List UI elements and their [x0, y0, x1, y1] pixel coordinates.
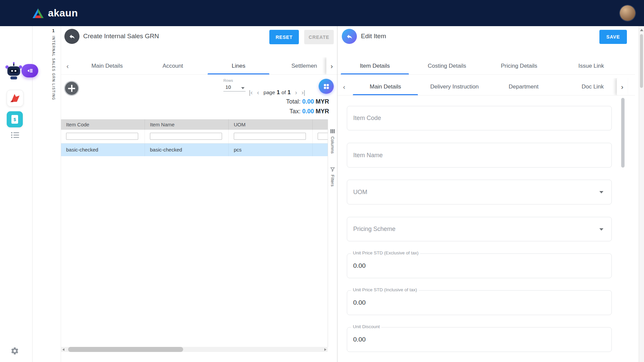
tabs-scroll-left-icon[interactable]: ‹ [61, 57, 74, 74]
chevron-right-icon: › [331, 62, 333, 70]
filter-extra-input[interactable] [318, 133, 328, 140]
user-avatar[interactable] [620, 5, 635, 21]
tab-account[interactable]: Account [140, 57, 206, 74]
grn-tabs: ‹ Main Details Account Lines Settlemen › [61, 57, 337, 75]
table-side-tools: Columns Filters [328, 119, 337, 347]
filter-item-code-input[interactable] [66, 133, 138, 140]
save-button[interactable]: SAVE [599, 30, 627, 44]
filter-funnel-icon [330, 167, 335, 172]
topbar: akaun [0, 0, 644, 26]
tab-item-details[interactable]: Item Details [339, 57, 411, 74]
pricing-scheme-label: Pricing Scheme [353, 226, 395, 233]
total-pages: 1 [287, 89, 290, 96]
tab-main-details[interactable]: Main Details [74, 57, 140, 74]
horizontal-scrollbar[interactable] [61, 347, 328, 352]
listing-vertical-tab[interactable]: 1 INTERNAL SALES GRN LISTING [49, 28, 58, 100]
layout-grid-button[interactable] [319, 79, 334, 94]
subtabs-scroll-right-button[interactable]: › [617, 78, 628, 95]
pagination: |‹ ‹ page 1 of 1 › ›| [249, 87, 305, 97]
total-currency: MYR [316, 98, 329, 105]
tabs-scroll-right-button[interactable]: › [326, 57, 337, 74]
sidebar-app-partner[interactable] [7, 90, 23, 107]
scroll-right-arrow-icon[interactable] [324, 348, 326, 351]
back-button[interactable] [64, 29, 79, 44]
chevron-down-icon [599, 228, 603, 231]
chevron-down-icon [599, 191, 603, 193]
column-header-uom[interactable]: UOM [229, 119, 313, 130]
sidebar-item-listing[interactable] [11, 131, 19, 140]
prev-page-icon[interactable]: ‹ [257, 89, 259, 96]
column-header-extra[interactable] [313, 119, 328, 130]
filters-tool[interactable]: Filters [330, 167, 335, 186]
sidebar: $ [0, 26, 33, 362]
add-line-button[interactable] [64, 81, 79, 96]
cell-item-code[interactable]: basic-checked [61, 143, 145, 156]
unit-price-inclusive-field[interactable]: Unit Price STD (Inclusive of tax) 0.00 [347, 290, 612, 315]
assistant-robot-icon[interactable] [5, 62, 23, 82]
pricing-scheme-select[interactable]: Pricing Scheme [347, 217, 612, 241]
partner-app-icon [10, 93, 20, 104]
unit-discount-field[interactable]: Unit Discount 0.00 [347, 327, 612, 352]
back-arrow-icon [69, 33, 75, 40]
cell-item-name[interactable]: basic-checked [145, 143, 229, 156]
subtab-delivery-instruction[interactable]: Delivery Instruction [420, 78, 489, 95]
app-root: akaun [0, 0, 644, 362]
edit-item-back-button[interactable] [342, 29, 357, 44]
panel-scroll-thumb[interactable] [621, 98, 625, 168]
rows-per-page-select[interactable]: Rows 10 [223, 78, 246, 92]
current-page: 1 [277, 89, 280, 96]
table-row[interactable]: basic-checked basic-checked pcs [61, 143, 328, 156]
last-page-icon[interactable]: ›| [302, 89, 305, 96]
unit-price-exclusive-label: Unit Price STD (Exclusive of tax) [351, 250, 420, 255]
collapse-menu-button[interactable] [21, 64, 38, 77]
tab-pricing-details[interactable]: Pricing Details [483, 57, 555, 74]
tab-lines[interactable]: Lines [206, 57, 271, 74]
edit-item-subtabs: ‹ Main Details Delivery Instruction Depa… [337, 78, 635, 96]
total-line: Total: 0.00 MYR [286, 97, 329, 107]
edit-item-panel: Edit Item SAVE Item Details Costing Deta… [337, 26, 635, 362]
billing-doc-icon: $ [11, 115, 18, 124]
tax-currency: MYR [316, 108, 329, 115]
cell-uom[interactable]: pcs [229, 143, 313, 156]
unit-price-exclusive-value: 0.00 [353, 262, 366, 269]
filter-uom-input[interactable] [234, 133, 306, 140]
next-page-icon[interactable]: › [295, 89, 297, 96]
scroll-left-arrow-icon[interactable] [62, 348, 64, 351]
brand[interactable]: akaun [32, 0, 78, 26]
item-code-field[interactable]: Item Code [347, 106, 612, 130]
first-page-icon[interactable]: |‹ [249, 89, 253, 96]
tab-costing-details[interactable]: Costing Details [411, 57, 483, 74]
tab-issue-link[interactable]: Issue Link [555, 57, 627, 74]
settings-button[interactable] [10, 347, 19, 357]
table-header-row: Item Code Item Name UOM [61, 119, 328, 130]
subtab-department[interactable]: Department [489, 78, 558, 95]
create-button[interactable]: CREATE [304, 30, 334, 44]
sidebar-app-billing[interactable]: $ [7, 111, 23, 127]
akaun-logo-icon [32, 8, 44, 18]
filter-item-name-input[interactable] [150, 133, 222, 140]
unit-discount-label: Unit Discount [351, 324, 381, 329]
cell-extra[interactable] [313, 143, 328, 156]
horizontal-scroll-thumb[interactable] [68, 347, 183, 352]
subtab-main-details[interactable]: Main Details [351, 78, 420, 95]
collapse-menu-icon [26, 67, 34, 74]
listing-tab-label: INTERNAL SALES GRN LISTING [52, 36, 55, 100]
uom-select[interactable]: UOM [347, 180, 612, 204]
window-scroll-up-icon[interactable] [640, 29, 643, 31]
column-header-item-code[interactable]: Item Code [61, 119, 145, 130]
columns-icon [330, 129, 335, 134]
reset-button[interactable]: RESET [269, 30, 299, 44]
uom-label: UOM [353, 189, 367, 196]
subtabs-scroll-left-icon[interactable]: ‹ [337, 78, 351, 95]
unit-price-exclusive-field[interactable]: Unit Price STD (Exclusive of tax) 0.00 [347, 253, 612, 278]
window-scroll-thumb[interactable] [640, 34, 643, 88]
create-grn-panel: Create Internal Sales GRN RESET CREATE ‹… [61, 26, 337, 362]
column-header-item-name[interactable]: Item Name [145, 119, 229, 130]
item-name-field[interactable]: Item Name [347, 143, 612, 168]
columns-tool[interactable]: Columns [330, 129, 335, 154]
list-view-icon [11, 131, 19, 139]
window-scrollbar[interactable] [639, 26, 644, 362]
dollar-glyph: $ [13, 117, 16, 122]
brand-name: akaun [48, 7, 78, 19]
unit-price-inclusive-label: Unit Price STD (Inclusive of tax) [351, 287, 419, 292]
